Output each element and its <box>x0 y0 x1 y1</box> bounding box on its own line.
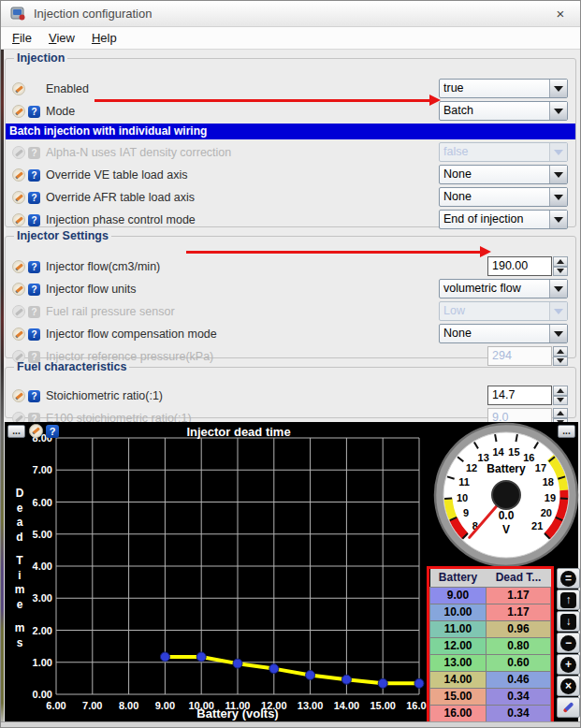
injector-flow-spinner[interactable]: 190.00 <box>487 256 568 276</box>
row-alpha-n-iat: ? Alpha-N uses IAT density correction fa… <box>12 141 569 164</box>
svg-text:2.00: 2.00 <box>33 625 52 636</box>
dead-time-cell[interactable]: 0.96 <box>487 620 551 637</box>
dead-time-chart[interactable]: 6.007.008.009.0010.0011.0012.0013.0014.0… <box>5 422 430 723</box>
spin-down-icon[interactable] <box>553 267 568 277</box>
dead-time-cell[interactable]: 0.34 <box>487 705 551 721</box>
battery-cell[interactable]: 11.00 <box>430 620 487 637</box>
svg-text:s: s <box>17 636 23 649</box>
group-title-injector-settings: Injector Settings <box>14 229 111 242</box>
svg-text:12: 12 <box>466 462 477 473</box>
mode-description-banner: Batch injection with individual wiring <box>6 124 575 139</box>
help-icon[interactable]: ? <box>28 214 40 226</box>
help-icon[interactable]: ? <box>28 169 40 182</box>
battery-cell[interactable]: 14.00 <box>430 671 487 688</box>
row-fuel-rail-sensor: ? Fuel rail pressure sensor Low <box>12 300 569 323</box>
table-header-battery: Battery <box>430 569 487 587</box>
enabled-select[interactable]: true <box>439 79 568 98</box>
battery-cell[interactable]: 16.00 <box>430 705 487 721</box>
battery-gauge: 89101112131415161718192021Battery0.0V <box>432 422 581 570</box>
svg-text:3.00: 3.00 <box>33 592 52 604</box>
chevron-down-icon[interactable] <box>549 325 567 342</box>
menu-file[interactable]: File <box>5 29 39 47</box>
help-icon[interactable]: ? <box>28 192 40 204</box>
curve-table-row: 12.000.80 <box>430 637 551 654</box>
help-icon[interactable]: ? <box>28 261 40 273</box>
chevron-down-icon[interactable] <box>549 280 567 298</box>
edit-curve-button[interactable] <box>557 697 580 718</box>
title-bar[interactable]: Injection configuration × <box>1 1 580 27</box>
chevron-down-icon[interactable] <box>549 211 567 228</box>
row-enabled: Enabled true <box>12 78 569 100</box>
row-injector-flow: ? Injector flow(cm3/min) 190.00 <box>12 255 569 278</box>
window-title: Injection configuration <box>34 7 152 21</box>
stoich-ratio-label: Stoichiometric ratio(:1) <box>46 389 163 402</box>
dead-time-cell[interactable]: 0.34 <box>487 688 551 705</box>
edit-pencil-icon <box>12 260 25 273</box>
flow-units-label: Injector flow units <box>46 283 137 296</box>
x-icon: × <box>560 678 576 694</box>
fuel-rail-sensor-label: Fuel rail pressure sensor <box>46 305 175 318</box>
dead-time-cell[interactable]: 1.17 <box>487 604 551 620</box>
spin-down-icon[interactable] <box>553 396 568 406</box>
svg-text:7.00: 7.00 <box>33 464 52 475</box>
spin-up-icon[interactable] <box>553 386 568 396</box>
spin-up-icon[interactable] <box>553 256 568 267</box>
flow-compensation-select[interactable]: None <box>439 324 568 343</box>
menu-help[interactable]: Help <box>84 29 124 47</box>
battery-cell[interactable]: 13.00 <box>430 654 487 671</box>
chart-options-button[interactable]: ... <box>7 425 25 438</box>
stoich-ratio-spinner[interactable]: 14.7 <box>487 386 568 405</box>
dead-time-cell[interactable]: 0.46 <box>487 671 551 688</box>
edit-pencil-icon[interactable] <box>29 424 43 438</box>
menu-view[interactable]: View <box>41 29 82 47</box>
flow-units-select[interactable]: volumetric flow <box>439 279 568 298</box>
help-icon[interactable]: ? <box>28 328 40 341</box>
override-ve-label: Override VE table load axis <box>46 168 187 182</box>
injection-phase-select[interactable]: End of injection <box>439 210 568 229</box>
arrow-down-icon: ↓ <box>560 614 576 630</box>
chevron-down-icon <box>549 143 567 161</box>
help-icon[interactable]: ? <box>46 425 59 438</box>
battery-cell[interactable]: 12.00 <box>430 637 487 654</box>
chevron-down-icon[interactable] <box>549 102 567 120</box>
help-icon[interactable]: ? <box>28 390 40 402</box>
battery-cell[interactable]: 15.00 <box>430 688 487 705</box>
move-down-button[interactable]: ↓ <box>557 611 580 632</box>
annotation-arrow-mode <box>94 99 429 102</box>
close-icon[interactable]: × <box>552 6 569 22</box>
override-afr-select[interactable]: None <box>439 187 568 207</box>
battery-cell[interactable]: 9.00 <box>430 587 487 604</box>
equals-icon: = <box>560 571 576 587</box>
chevron-down-icon[interactable] <box>549 166 567 183</box>
dead-time-cell[interactable]: 0.80 <box>487 637 551 654</box>
curve-table-row: 16.000.34 <box>430 705 551 721</box>
minus-icon: − <box>560 635 576 651</box>
svg-text:a: a <box>17 516 23 529</box>
mode-select[interactable]: Batch <box>439 101 568 121</box>
equalize-button[interactable]: = <box>557 568 580 589</box>
svg-text:13.00: 13.00 <box>298 700 324 711</box>
battery-cell[interactable]: 10.00 <box>430 604 487 620</box>
curve-table-row: 11.000.96 <box>430 620 551 637</box>
edit-pencil-icon <box>12 213 25 226</box>
decrease-button[interactable]: − <box>557 633 580 653</box>
increase-button[interactable]: + <box>557 654 580 675</box>
svg-text:17: 17 <box>535 462 546 473</box>
delete-button[interactable]: × <box>557 676 580 696</box>
chevron-down-icon[interactable] <box>549 188 567 206</box>
chevron-down-icon[interactable] <box>549 80 567 97</box>
help-icon: ? <box>28 306 40 318</box>
alpha-n-select: false <box>439 142 568 162</box>
svg-text:4.00: 4.00 <box>33 561 52 572</box>
override-ve-select[interactable]: None <box>439 165 568 184</box>
help-icon[interactable]: ? <box>28 284 40 296</box>
annotation-arrow-injector-flow <box>186 251 480 254</box>
menu-bar: File View Help <box>1 27 580 50</box>
move-up-button[interactable]: ↑ <box>557 590 580 610</box>
svg-text:6.00: 6.00 <box>33 497 52 508</box>
svg-text:Battery (volts): Battery (volts) <box>196 706 278 721</box>
edit-pencil-icon <box>12 389 25 402</box>
help-icon[interactable]: ? <box>28 106 40 118</box>
dead-time-cell[interactable]: 0.60 <box>487 654 551 671</box>
dead-time-cell[interactable]: 1.17 <box>487 587 551 604</box>
